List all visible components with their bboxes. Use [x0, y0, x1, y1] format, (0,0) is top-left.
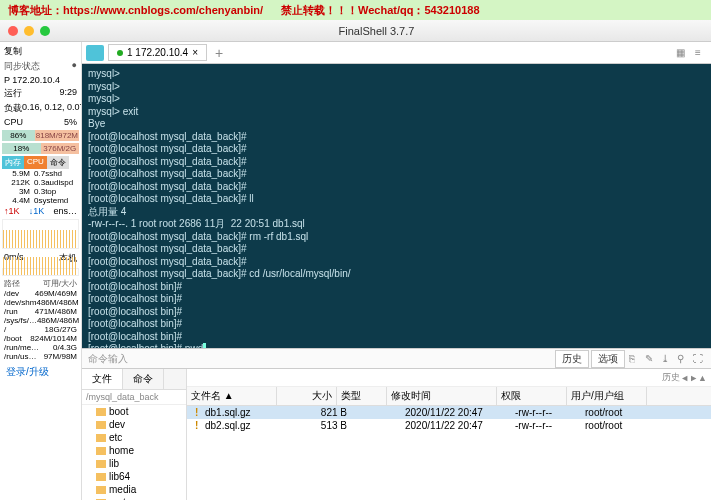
- file-list: 历史 ◄►▲ 文件名 ▲ 大小 类型 修改时间 权限 用户/用户组 ! db1.…: [187, 369, 711, 500]
- col-owner[interactable]: 用户/用户组: [567, 387, 647, 405]
- history-button[interactable]: 历史: [555, 350, 589, 368]
- close-icon[interactable]: [8, 26, 18, 36]
- file-row[interactable]: ! db2.sql.gz 513 B 2020/11/22 20:47 -rw-…: [187, 419, 711, 432]
- add-tab-button[interactable]: +: [211, 45, 227, 61]
- copy-label[interactable]: 复制: [4, 45, 22, 58]
- stats-sidebar: 复制 同步状态● P 172.20.10.4 运行 9:29 负载 0.16, …: [0, 42, 82, 500]
- session-tab[interactable]: 1 172.20.10.4 ×: [108, 44, 207, 61]
- file-panel: 文件 命令 /mysql_data_back boot dev etc home…: [82, 368, 711, 500]
- path-display[interactable]: /mysql_data_back: [82, 390, 186, 405]
- file-icon: !: [191, 420, 201, 431]
- tab-files[interactable]: 文件: [82, 369, 123, 389]
- nav-fwd-icon[interactable]: ►: [689, 373, 698, 383]
- tool-icon[interactable]: ⤓: [661, 353, 673, 365]
- tree-item[interactable]: boot: [82, 405, 186, 418]
- tree-item[interactable]: media: [82, 483, 186, 496]
- session-tabs: 1 172.20.10.4 × + ▦ ≡: [82, 42, 711, 64]
- app-title: FinalShell 3.7.7: [50, 25, 703, 37]
- col-mtime[interactable]: 修改时间: [387, 387, 497, 405]
- disk-graph: [2, 268, 79, 276]
- file-tree: 文件 命令 /mysql_data_back boot dev etc home…: [82, 369, 187, 500]
- tree-item[interactable]: lib64: [82, 470, 186, 483]
- tool-icon[interactable]: ⚲: [677, 353, 689, 365]
- tab-memory[interactable]: 内存: [2, 156, 24, 169]
- nav-up-icon[interactable]: ▲: [698, 373, 707, 383]
- tool-icon[interactable]: ✎: [645, 353, 657, 365]
- login-link[interactable]: 登录/升级: [2, 361, 79, 383]
- grid-icon[interactable]: ▦: [676, 47, 688, 59]
- status-dot-icon: [117, 50, 123, 56]
- tool-icon[interactable]: ⎘: [629, 353, 641, 365]
- col-perm[interactable]: 权限: [497, 387, 567, 405]
- terminal[interactable]: mysql> mysql> mysql> mysql> exit Bye [ro…: [82, 64, 711, 348]
- file-icon: !: [191, 407, 201, 418]
- tree-item[interactable]: etc: [82, 431, 186, 444]
- host-ip: P 172.20.10.4: [4, 75, 60, 85]
- col-type[interactable]: 类型: [337, 387, 387, 405]
- network-graph: [2, 219, 79, 249]
- tool-icon[interactable]: ⛶: [693, 353, 705, 365]
- window-titlebar: FinalShell 3.7.7: [0, 20, 711, 42]
- col-size[interactable]: 大小: [277, 387, 337, 405]
- tab-cmd[interactable]: 命令: [47, 156, 69, 169]
- watermark-banner: 博客地址：https://www.cnblogs.com/chenyanbin/…: [0, 0, 711, 20]
- history-label[interactable]: 历史: [662, 371, 680, 384]
- close-tab-icon[interactable]: ×: [192, 47, 198, 58]
- options-button[interactable]: 选项: [591, 350, 625, 368]
- command-bar: 命令输入 历史 选项 ⎘ ✎ ⤓ ⚲ ⛶: [82, 348, 711, 368]
- tree-item[interactable]: home: [82, 444, 186, 457]
- maximize-icon[interactable]: [40, 26, 50, 36]
- tab-commands[interactable]: 命令: [123, 369, 164, 389]
- minimize-icon[interactable]: [24, 26, 34, 36]
- command-input[interactable]: 命令输入: [88, 352, 128, 366]
- process-list: 5.9M0.7 sshd 212K0.3 audispd 3M0.3 top 4…: [2, 169, 79, 205]
- col-name[interactable]: 文件名 ▲: [187, 387, 277, 405]
- tree-item[interactable]: mnt: [82, 496, 186, 500]
- nav-back-icon[interactable]: ◄: [680, 373, 689, 383]
- folder-icon[interactable]: [86, 45, 104, 61]
- file-row[interactable]: ! db1.sql.gz 821 B 2020/11/22 20:47 -rw-…: [187, 406, 711, 419]
- tree-item[interactable]: lib: [82, 457, 186, 470]
- list-icon[interactable]: ≡: [695, 47, 707, 59]
- tree-item[interactable]: dev: [82, 418, 186, 431]
- tab-cpu[interactable]: CPU: [24, 156, 47, 169]
